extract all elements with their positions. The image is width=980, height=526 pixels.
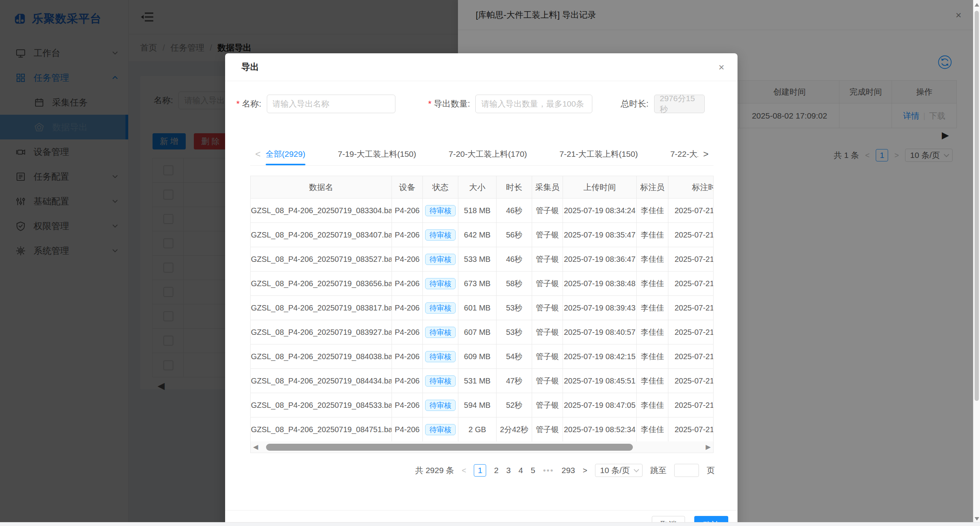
jump-page-input[interactable] (674, 464, 699, 477)
total-duration-input: 2976分15秒 (654, 95, 705, 113)
export-name-input[interactable]: 请输入导出名称 (267, 95, 395, 113)
total-count: 共 2929 条 (415, 465, 454, 476)
date-tabs: < 全部(2929) 7-19-大工装上料(150) 7-20-大工装上料(17… (250, 143, 714, 166)
table-row: DGZSL_08_P4-206_20250719_084434.bag P4-2… (251, 369, 714, 393)
export-data-table: 数据名 设备 状态 大小 时长 采集员 上传时间 标注员 标注时间 DGZSL_… (250, 176, 714, 442)
tab-7-19[interactable]: 7-19-大工装上料(150) (338, 143, 416, 165)
table-row: DGZSL_08_P4-206_20250719_084533.bag P4-2… (251, 393, 714, 417)
table-row: DGZSL_08_P4-206_20250719_083817.bag P4-2… (251, 296, 714, 320)
screen: 乐聚数采平台 工作台 任务管理 采集任务 数据导出 (0, 0, 980, 526)
scrollbar-thumb[interactable] (266, 444, 633, 451)
jump-label: 跳至 (650, 465, 666, 476)
name-label: 名称: (242, 98, 261, 110)
tab-7-20[interactable]: 7-20-大工装上料(170) (449, 143, 527, 165)
required-mark: * (428, 99, 432, 109)
page-number-1[interactable]: 1 (474, 464, 486, 477)
chevron-down-icon (634, 467, 639, 472)
status-badge: 待审核 (425, 351, 456, 362)
table-row: DGZSL_08_P4-206_20250719_083927.bag P4-2… (251, 320, 714, 344)
status-badge: 待审核 (425, 302, 456, 314)
scrollbar-thumb[interactable] (975, 11, 979, 401)
required-mark: * (236, 99, 240, 109)
next-page-icon[interactable]: > (583, 466, 587, 475)
count-label: 导出数量: (434, 98, 470, 110)
modal-title: 导出 (241, 61, 259, 73)
status-badge: 待审核 (425, 254, 456, 265)
ellipsis-pages-icon[interactable]: ••• (543, 466, 554, 475)
jump-suffix: 页 (707, 465, 715, 476)
scroll-right-icon[interactable]: ▶ (703, 443, 713, 451)
status-badge: 待审核 (425, 424, 456, 435)
tab-7-22[interactable]: 7-22-大工装上料 (670, 143, 698, 165)
tab-7-21[interactable]: 7-21-大工装上料(150) (560, 143, 638, 165)
status-badge: 待审核 (425, 327, 456, 338)
duration-label: 总时长: (621, 98, 648, 110)
page-number-2[interactable]: 2 (494, 466, 498, 475)
status-badge: 待审核 (425, 400, 456, 411)
status-badge: 待审核 (425, 278, 456, 289)
tab-all[interactable]: 全部(2929) (266, 143, 305, 165)
page-number-3[interactable]: 3 (506, 466, 511, 475)
modal-close-icon[interactable]: × (719, 62, 724, 72)
table-header-row: 数据名 设备 状态 大小 时长 采集员 上传时间 标注员 标注时间 (251, 176, 714, 199)
status-badge: 待审核 (425, 229, 456, 241)
page-size-select[interactable]: 10 条/页 (595, 464, 643, 477)
scrollbar-up-icon[interactable] (975, 3, 979, 7)
status-badge: 待审核 (425, 205, 456, 216)
page-number-293[interactable]: 293 (561, 466, 575, 475)
browser-vertical-scrollbar[interactable] (973, 0, 980, 526)
export-modal: 导出 × * 名称: 请输入导出名称 * 导出数量: 请输入导出数量，最多100… (225, 53, 738, 526)
export-form: * 名称: 请输入导出名称 * 导出数量: 请输入导出数量，最多100条 总时长… (225, 95, 738, 113)
table-row: DGZSL_08_P4-206_20250719_083656.bag P4-2… (251, 271, 714, 296)
table-row: DGZSL_08_P4-206_20250719_083407.bag P4-2… (251, 223, 714, 247)
tabs-prev-icon[interactable]: < (250, 149, 266, 159)
browser-horizontal-scrollbar[interactable] (0, 522, 980, 526)
table-row: DGZSL_08_P4-206_20250719_084038.bag P4-2… (251, 344, 714, 369)
export-count-input[interactable]: 请输入导出数量，最多100条 (475, 95, 592, 113)
page-number-5[interactable]: 5 (531, 466, 535, 475)
scroll-left-icon[interactable]: ◀ (251, 443, 261, 451)
table-row: DGZSL_08_P4-206_20250719_083304.bag P4-2… (251, 199, 714, 223)
prev-page-icon[interactable]: < (462, 466, 466, 475)
table-body: DGZSL_08_P4-206_20250719_083304.bag P4-2… (251, 199, 714, 442)
modal-pagination: 共 2929 条 < 1 2 3 4 5 ••• 293 > 10 条/页 跳至… (415, 464, 715, 477)
horizontal-scrollbar: ◀ ▶ (250, 441, 714, 453)
table-row: DGZSL_08_P4-206_20250719_084751.bag P4-2… (251, 417, 714, 442)
scrollbar-down-icon[interactable] (975, 517, 979, 521)
tabs-next-icon[interactable]: > (698, 149, 714, 159)
status-badge: 待审核 (425, 375, 456, 387)
table-row: DGZSL_08_P4-206_20250719_083527.bag P4-2… (251, 247, 714, 271)
page-number-4[interactable]: 4 (519, 466, 523, 475)
